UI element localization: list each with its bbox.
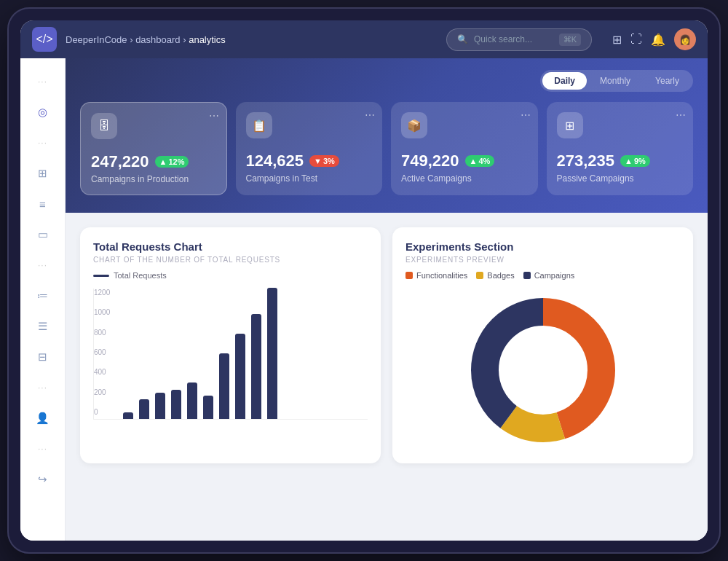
search-bar[interactable]: 🔍 Quick search... ⌘K	[446, 28, 592, 51]
header-icons: ⊞ ⛶ 🔔 👩	[612, 28, 696, 50]
search-shortcut: ⌘K	[559, 34, 581, 46]
grid-icon[interactable]: ⊞	[612, 33, 622, 47]
y-label: 1000	[94, 308, 110, 316]
sidebar-item-table[interactable]: ▭	[28, 221, 58, 248]
sidebar: ··· ◎ ··· ⊞ ≡ ▭ ··· ≔ ☰ ⊟ ··· 👤 ··· ↪	[20, 58, 66, 541]
bottom-section: Total Requests Chart CHART OF THE NUMBER…	[66, 213, 708, 478]
sidebar-item-exit[interactable]: ↪	[28, 466, 58, 493]
bar-legend-label: Total Requests	[114, 271, 167, 280]
tablet-screen: </> DeeperInCode › dashboard › analytics…	[20, 20, 708, 541]
legend-square	[405, 272, 413, 279]
breadcrumb-sep1: ›	[130, 34, 135, 45]
time-btn-daily[interactable]: Daily	[542, 72, 587, 90]
card-menu-2[interactable]: ⋯	[521, 109, 531, 121]
badge-val-3: 9%	[634, 157, 646, 165]
y-label: 400	[94, 368, 110, 376]
stat-badge-1: ▼ 3%	[309, 155, 339, 167]
stat-number-1: 124,625	[246, 152, 304, 170]
logo-button[interactable]: </>	[32, 27, 57, 52]
stat-badge-2: ▲ 4%	[465, 155, 495, 167]
bar-chart-title: Total Requests Chart	[93, 240, 368, 253]
card-menu-3[interactable]: ⋯	[676, 109, 686, 121]
bar	[171, 390, 181, 419]
bar	[219, 353, 229, 419]
bar	[267, 288, 277, 419]
legend-label: Functionalities	[416, 271, 467, 280]
search-placeholder: Quick search...	[474, 34, 532, 44]
content-area: Daily Monthly Yearly ⋯ 🗄 247,220	[66, 58, 708, 541]
y-label: 600	[94, 348, 110, 356]
bell-icon[interactable]: 🔔	[651, 33, 665, 47]
legend-item: Functionalities	[405, 271, 467, 280]
stat-card-1: ⋯ 📋 124,625 ▼ 3% Campaigns in Test	[236, 102, 383, 195]
stat-label-0: Campaigns in Production	[91, 174, 216, 184]
sidebar-item-doc[interactable]: ⊟	[28, 344, 58, 370]
breadcrumb: DeeperInCode › dashboard › analytics	[66, 34, 438, 45]
badge-val-2: 4%	[478, 157, 490, 165]
card-menu-0[interactable]: ⋯	[209, 110, 219, 122]
sidebar-item-dots2: ···	[28, 130, 58, 156]
legend-square	[476, 272, 483, 279]
sidebar-item-circle[interactable]: ◎	[28, 99, 58, 125]
breadcrumb-sep2: ›	[183, 34, 189, 45]
y-label: 1200	[94, 289, 110, 297]
breadcrumb-root[interactable]: DeeperInCode	[66, 34, 127, 45]
avatar[interactable]: 👩	[674, 28, 696, 50]
logo-icon: </>	[36, 33, 52, 46]
donut-chart-title: Experiments Section	[405, 240, 680, 253]
stat-cards: ⋯ 🗄 247,220 ▲ 12% Campaigns in Productio…	[80, 102, 693, 195]
donut-chart-subtitle: EXPERIMENTS PREVIEW	[405, 256, 680, 264]
stat-card-0: ⋯ 🗄 247,220 ▲ 12% Campaigns in Productio…	[80, 102, 227, 195]
time-filter: Daily Monthly Yearly	[80, 70, 693, 92]
main-layout: ··· ◎ ··· ⊞ ≡ ▭ ··· ≔ ☰ ⊟ ··· 👤 ··· ↪	[20, 58, 708, 541]
sidebar-item-list[interactable]: ≔	[28, 283, 58, 309]
stat-value-0: 247,220 ▲ 12%	[91, 152, 216, 171]
donut-container	[405, 290, 680, 450]
badge-arrow-1: ▼	[314, 157, 322, 165]
sidebar-item-dots5: ···	[28, 436, 58, 462]
legend-item: Badges	[476, 271, 514, 280]
legend-item: Campaigns	[523, 271, 575, 280]
avatar-image: 👩	[679, 34, 691, 45]
bar-y-labels: 120010008006004002000	[94, 289, 110, 419]
bar-chart: 120010008006004002000	[93, 289, 368, 434]
breadcrumb-current: analytics	[189, 34, 226, 45]
bar-chart-inner: 120010008006004002000	[93, 289, 368, 420]
sidebar-item-dots1: ···	[28, 68, 58, 95]
bar	[123, 412, 133, 419]
stat-label-2: Active Campaigns	[401, 173, 528, 184]
sidebar-item-grid[interactable]: ⊞	[28, 160, 58, 187]
sidebar-item-layers[interactable]: ≡	[28, 191, 58, 217]
stat-number-2: 749,220	[401, 152, 459, 170]
stat-badge-3: ▲ 9%	[620, 155, 650, 167]
badge-arrow-3: ▲	[625, 157, 633, 165]
card-menu-1[interactable]: ⋯	[365, 109, 375, 121]
stat-icon-3: ⊞	[557, 112, 583, 138]
sidebar-item-bar[interactable]: ☰	[28, 313, 58, 340]
time-btn-monthly[interactable]: Monthly	[588, 72, 642, 90]
bar	[139, 399, 149, 419]
sidebar-item-dots3: ···	[28, 252, 58, 278]
top-section: Daily Monthly Yearly ⋯ 🗄 247,220	[66, 58, 708, 213]
breadcrumb-mid[interactable]: dashboard	[135, 34, 180, 45]
y-label: 200	[94, 388, 110, 396]
sidebar-item-user[interactable]: 👤	[28, 405, 58, 431]
bar-chart-card: Total Requests Chart CHART OF THE NUMBER…	[80, 227, 381, 463]
header: </> DeeperInCode › dashboard › analytics…	[20, 20, 708, 58]
bar	[155, 393, 165, 419]
stat-card-2: ⋯ 📦 749,220 ▲ 4% Active Campaigns	[391, 102, 538, 195]
time-btn-yearly[interactable]: Yearly	[644, 72, 691, 90]
time-filter-group: Daily Monthly Yearly	[540, 70, 693, 92]
stat-number-3: 273,235	[557, 152, 615, 170]
y-label: 800	[94, 329, 110, 337]
expand-icon[interactable]: ⛶	[630, 33, 642, 46]
badge-arrow-0: ▲	[159, 157, 167, 166]
donut-svg	[463, 290, 623, 450]
bar-legend-dot	[93, 275, 109, 277]
stat-value-2: 749,220 ▲ 4%	[401, 152, 528, 170]
stat-icon-2: 📦	[401, 112, 427, 138]
search-icon: 🔍	[457, 34, 468, 44]
stat-number-0: 247,220	[91, 152, 149, 171]
donut-chart-card: Experiments Section EXPERIMENTS PREVIEW …	[392, 227, 693, 463]
stat-icon-1: 📋	[246, 112, 272, 138]
